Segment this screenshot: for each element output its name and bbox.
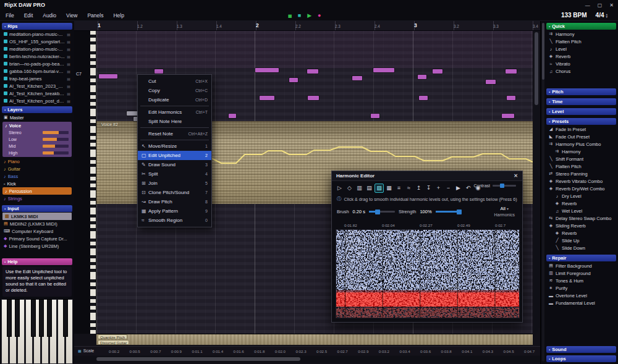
quick-effect[interactable]: ♪ Level [546,45,617,53]
note-block[interactable] [289,78,298,82]
input-section-header[interactable]: ▪ Input [2,205,72,212]
beat-ruler[interactable]: 11.21.31.422.22.32.433.23.33.4 [74,21,540,31]
time-ruler[interactable]: ▦ Scale 0:00.20:00.50:00.70:00.90:01.10:… [74,346,540,355]
harmonic-tool[interactable]: ≡ [394,184,404,193]
piano-keys-strip[interactable] [90,31,96,334]
minimize-button[interactable]: — [585,2,590,8]
rip-item[interactable]: berlin-techno-nutcracker-... ▤ [1,53,73,60]
black-key[interactable] [39,299,44,337]
rip-item[interactable]: OS_HHF_155_songstarter-... ▤ [1,38,73,45]
black-key[interactable] [15,299,20,337]
metronome-button[interactable]: ▮▮ [288,14,292,18]
preset-item[interactable]: ╲ Shift Formant [546,155,617,163]
spin-down-icon[interactable]: ▾ [606,15,607,18]
context-menu-item[interactable]: Cut Ctrl+X [138,77,211,86]
bpm-value[interactable]: 133 BPM [561,12,587,19]
context-menu-tool[interactable]: ⊡ Clone Pitch/Sound 7 [138,188,211,197]
level-slider[interactable] [43,151,69,154]
distorted-guitar-chip[interactable]: Distorted Guitar [98,340,129,345]
layer-item[interactable]: ♪ Percussion [2,187,72,195]
help-section-header[interactable]: ▪ Help [2,258,72,265]
mini-piano[interactable] [1,299,73,364]
brush-slider[interactable] [369,211,395,213]
quick-effect[interactable]: ╲ Flatten Pitch [546,38,617,45]
time-section-header[interactable]: ▪ Time [546,98,616,105]
pitch-section-header[interactable]: ▪ Pitch [546,88,616,95]
loops-section-header[interactable]: ▪ Loops [546,355,616,362]
context-menu-tool[interactable]: ≈ Smooth Region 0 [138,216,211,225]
rip-menu-icon[interactable]: ▤ [67,47,70,51]
harmonic-tool[interactable]: ↧ [424,184,433,193]
layer-item[interactable]: ▫ Kick [1,180,73,187]
quick-effect[interactable]: ≈ Vibrato [546,60,617,67]
harmonic-tool[interactable]: + [434,184,443,193]
harmonic-tool[interactable]: ▨ [375,184,384,193]
strength-value[interactable]: 100% [420,209,431,214]
harmonic-tool[interactable]: ▤ [365,184,374,193]
preset-item[interactable]: ◣ Fade Out Preset [546,133,617,140]
layer-item[interactable]: ♪ Guitar [1,165,73,172]
right-scrollbar[interactable] [542,23,544,362]
note-block[interactable] [307,69,318,74]
preset-item[interactable]: ⇉ Harmony Plus Combo [546,140,617,148]
harmonic-tool[interactable]: ↥ [414,184,423,193]
preset-item[interactable]: ◢ Fade In Preset [546,125,617,133]
layer-item[interactable]: ♪ Strings [1,195,73,202]
layer-item[interactable]: ♪ Bass [1,172,73,180]
preset-item[interactable]: ⇆ Delay Stereo Swap Combo [546,214,617,222]
preset-item[interactable]: ◈ Reverb [546,200,617,207]
harmonic-tool[interactable]: − [444,184,453,193]
repair-item[interactable]: ▬ Overtone Level [546,292,617,299]
context-menu-tool[interactable]: ↝ Draw Pitch 8 [138,197,211,206]
note-block[interactable] [418,75,426,79]
rip-menu-icon[interactable]: ▤ [67,40,70,44]
horizontal-scrollbar-thumb[interactable] [96,357,300,361]
rip-menu-icon[interactable]: ▤ [67,99,70,103]
note-block[interactable] [373,68,394,72]
preset-item[interactable]: ◈ Reverb Dry/Wet Combo [546,185,617,192]
sound-section-header[interactable]: ▪ Sound [546,346,616,353]
quantize-pitch-chip[interactable]: Quantize Pitch [98,334,127,339]
rip-menu-icon[interactable]: ▤ [67,62,70,66]
layer-item[interactable]: ♪ Piano [1,158,73,165]
vertical-scrollbar-thumb[interactable] [535,32,538,105]
menu-item[interactable]: File [6,12,14,19]
scale-control[interactable]: ▦ Scale [78,349,94,353]
preset-item[interactable]: ◈ Sliding Reverb [546,222,617,229]
repair-item[interactable]: ≋ Tones & Hum [546,277,617,284]
time-signature[interactable]: 4/4 ▴ ▾ [596,12,607,19]
harmonic-tool[interactable]: ↶ [464,184,473,193]
harmonic-tool[interactable]: ◇ [345,184,354,193]
menu-item[interactable]: Audio [43,12,56,19]
harmonic-spectrogram[interactable] [336,229,520,318]
preset-item[interactable]: ╱ Slide Up [546,237,617,244]
note-block[interactable] [419,96,428,100]
harmonic-tool[interactable]: ▥ [355,184,364,193]
presets-section-header[interactable]: ▪ Presets [546,118,616,125]
layer-voice[interactable]: ♪ Voice Stereo Low Mid [2,122,72,157]
voice-sub-layer[interactable]: Mid [2,143,72,150]
level-slider[interactable] [43,145,69,148]
input-device[interactable]: ▤ LKMK3 MIDI [2,213,72,220]
harmonic-tool[interactable]: ▦ [384,184,394,193]
context-menu-tool[interactable]: ▢ Edit Unpitched 2 [138,151,211,160]
record-button[interactable]: ● [318,13,321,19]
harmonic-tool[interactable]: ≈ [404,184,413,193]
menu-item[interactable]: Edit [24,12,33,19]
rip-item[interactable]: trap-beat-james ▤ [1,75,73,82]
voice-sub-layer[interactable]: High [2,150,72,156]
context-menu-tool[interactable]: ▦ Apply Pattern 9 [138,206,211,216]
note-block[interactable] [308,96,319,100]
close-icon[interactable]: ✕ [514,173,518,179]
context-menu-item[interactable]: Copy Ctrl+C [138,86,211,95]
context-menu-item[interactable]: Split Note Here [138,117,211,126]
play-button[interactable]: ▶ [307,13,311,19]
rip-item[interactable]: gabba-160-bpm-burial-vo... ▤ [1,67,73,75]
rip-menu-icon[interactable]: ▤ [67,69,70,74]
rip-item[interactable]: AI_Test_Kitchen_2023_po... ▤ [1,82,73,90]
note-block[interactable] [352,76,362,80]
black-key[interactable] [31,299,36,337]
strength-slider[interactable] [436,211,462,213]
region-chip-bar[interactable]: Quantize Pitch Distorted Guitar [96,334,533,345]
context-menu-item[interactable]: Edit Harmonics Ctrl+T [138,108,211,117]
